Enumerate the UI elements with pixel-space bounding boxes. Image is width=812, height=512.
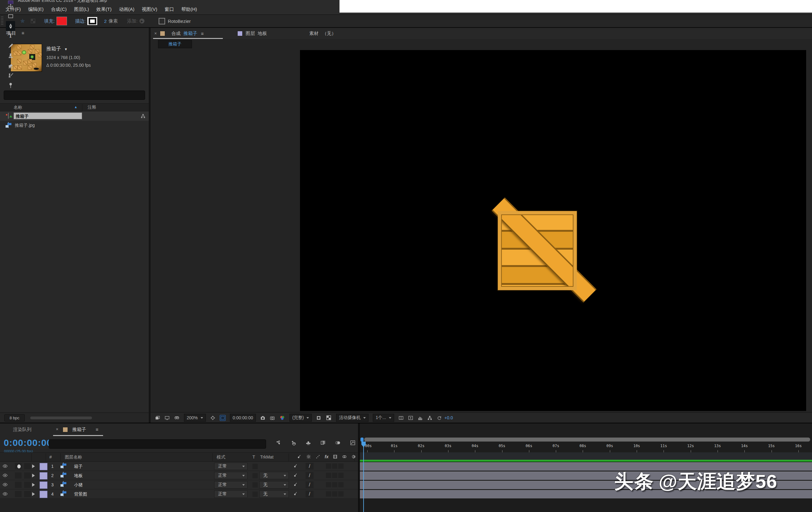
caret-down-icon[interactable]: ▼ bbox=[64, 47, 67, 51]
star-icon[interactable] bbox=[20, 18, 26, 24]
resolution-select[interactable]: (完整) bbox=[289, 414, 312, 422]
column-mode[interactable]: 模式 bbox=[216, 455, 225, 460]
layer-name[interactable]: 背景图 bbox=[74, 492, 87, 497]
tool-type[interactable]: T bbox=[6, 31, 15, 41]
photo-camera-icon[interactable] bbox=[260, 415, 265, 421]
parent-none[interactable]: / bbox=[306, 472, 314, 479]
preserve-transparency-cell[interactable] bbox=[253, 482, 258, 488]
switch-cell[interactable] bbox=[332, 491, 337, 496]
preserve-transparency-cell[interactable] bbox=[253, 473, 258, 478]
layer-label-swatch[interactable] bbox=[39, 481, 48, 489]
project-item-name[interactable]: 推箱子.jpg bbox=[15, 123, 35, 128]
composition-breadcrumb[interactable]: 推箱子 bbox=[158, 40, 192, 48]
project-item-row[interactable]: 推箱子.jpg bbox=[0, 121, 149, 130]
layer-label-swatch[interactable] bbox=[39, 463, 48, 470]
current-timecode[interactable]: 0:00:00:00 bbox=[4, 437, 52, 448]
column-number[interactable]: # bbox=[49, 455, 52, 459]
layer-row-小猪[interactable]: 3小猪正常无/ bbox=[0, 480, 358, 489]
switch-cell[interactable] bbox=[338, 491, 344, 496]
solo-cell[interactable] bbox=[15, 491, 22, 497]
snapshot-icon[interactable] bbox=[270, 415, 275, 421]
switch-cell[interactable] bbox=[326, 482, 331, 487]
preserve-transparency-cell[interactable] bbox=[253, 464, 258, 469]
frameblend-icon[interactable] bbox=[320, 440, 326, 446]
trkmat-select[interactable]: 无 bbox=[259, 472, 289, 479]
magnification-select[interactable]: 200% bbox=[184, 414, 206, 422]
tab-footage[interactable]: 素材 （无） bbox=[309, 28, 336, 39]
eye-icon[interactable] bbox=[2, 482, 8, 487]
pickwhip-icon[interactable] bbox=[293, 463, 298, 469]
camera-view-select[interactable]: 活动摄像机 bbox=[336, 414, 369, 422]
menu-item-1[interactable]: 编辑(E) bbox=[24, 4, 47, 15]
switch-cell[interactable] bbox=[332, 473, 337, 478]
motionblur-icon[interactable] bbox=[335, 440, 341, 446]
switch-cell[interactable] bbox=[326, 473, 331, 478]
trkmat-select[interactable]: 无 bbox=[259, 490, 289, 498]
composition-canvas[interactable] bbox=[300, 50, 806, 411]
panel-menu-icon[interactable]: ≡ bbox=[96, 427, 98, 432]
crate-image[interactable] bbox=[498, 211, 577, 290]
eye-icon[interactable] bbox=[2, 473, 8, 478]
panel-menu-icon[interactable]: ≡ bbox=[22, 30, 24, 35]
time-ruler[interactable]: :00s01s02s03s04s05s06s07s08s09s10s11s12s… bbox=[360, 441, 812, 453]
project-item-row[interactable]: 推箱子 bbox=[0, 111, 149, 121]
bit-depth-button[interactable]: 8 bpc bbox=[4, 414, 25, 422]
split-icon[interactable] bbox=[399, 415, 404, 421]
solo-cell[interactable] bbox=[15, 482, 22, 488]
tool-brush[interactable] bbox=[6, 41, 15, 51]
rgb-icon[interactable] bbox=[279, 415, 285, 421]
column-trkmat[interactable]: TrkMat bbox=[260, 455, 273, 459]
mask-icon[interactable] bbox=[316, 415, 321, 421]
close-tab-icon[interactable]: × bbox=[154, 31, 157, 36]
panel-menu-icon[interactable]: ≡ bbox=[201, 31, 204, 36]
tab-timeline-comp[interactable]: 推箱子 bbox=[72, 427, 86, 433]
tab-layer[interactable]: 图层 地板 bbox=[237, 28, 267, 39]
switch-cell[interactable] bbox=[338, 473, 344, 478]
lock-cell[interactable] bbox=[24, 491, 31, 497]
expand-arrow-icon[interactable] bbox=[32, 483, 35, 487]
pickwhip-icon[interactable] bbox=[296, 454, 302, 459]
layer-name[interactable]: 箱子 bbox=[74, 464, 83, 469]
trkmat-select[interactable]: 无 bbox=[259, 481, 289, 488]
toolbar-grip[interactable] bbox=[1, 17, 3, 26]
horizontal-scrollbar[interactable] bbox=[30, 416, 92, 419]
tab-render-queue[interactable]: 渲染队列 bbox=[13, 427, 31, 433]
project-panel-header[interactable]: 项目 ≡ bbox=[0, 28, 149, 39]
switch-cell[interactable] bbox=[338, 482, 344, 487]
draft3d-icon[interactable] bbox=[291, 440, 296, 446]
expand-arrow-icon[interactable] bbox=[32, 474, 35, 477]
menu-item-3[interactable]: 图层(L) bbox=[70, 4, 93, 15]
time-navigator-bar[interactable] bbox=[364, 437, 810, 441]
crosshair-icon[interactable] bbox=[210, 415, 215, 421]
switch-cell[interactable] bbox=[338, 463, 344, 469]
menu-item-4[interactable]: 效果(T) bbox=[93, 4, 115, 15]
film-icon[interactable] bbox=[333, 454, 338, 459]
flowchart-icon[interactable] bbox=[140, 113, 146, 119]
exposure-value[interactable]: +0.0 bbox=[444, 415, 453, 420]
shy-icon[interactable] bbox=[306, 440, 311, 446]
time-navigator-handle[interactable] bbox=[360, 437, 364, 441]
switch-cell[interactable] bbox=[326, 491, 331, 496]
menu-item-7[interactable]: 窗口 bbox=[161, 4, 177, 15]
parent-none[interactable]: / bbox=[306, 481, 314, 488]
parent-none[interactable]: / bbox=[306, 491, 314, 497]
switch-cell[interactable] bbox=[326, 463, 331, 469]
tool-rectangle[interactable] bbox=[6, 11, 15, 21]
expand-arrow-icon[interactable] bbox=[32, 492, 35, 496]
blend-mode-select[interactable]: 正常 bbox=[214, 481, 248, 488]
project-item-name[interactable]: 推箱子 bbox=[13, 112, 82, 119]
close-tab-icon[interactable]: × bbox=[56, 427, 58, 432]
roi-icon[interactable] bbox=[220, 415, 226, 421]
sort-ascending-icon[interactable]: ▲ bbox=[74, 105, 78, 109]
tool-pan-behind[interactable] bbox=[6, 1, 15, 11]
bolt-icon[interactable] bbox=[408, 415, 413, 421]
flowchart-icon[interactable] bbox=[427, 415, 432, 421]
layer-row-地板[interactable]: 2地板正常无/ bbox=[0, 471, 358, 480]
tool-roto-brush[interactable] bbox=[6, 71, 15, 80]
layer-name[interactable]: 地板 bbox=[74, 473, 83, 479]
lock-cell[interactable] bbox=[24, 482, 31, 488]
pickwhip-icon[interactable] bbox=[293, 473, 298, 478]
expand-arrow-icon[interactable] bbox=[32, 464, 35, 468]
eye-icon[interactable] bbox=[2, 463, 8, 469]
preview-timecode[interactable]: 0:00:00:00 bbox=[230, 414, 256, 422]
